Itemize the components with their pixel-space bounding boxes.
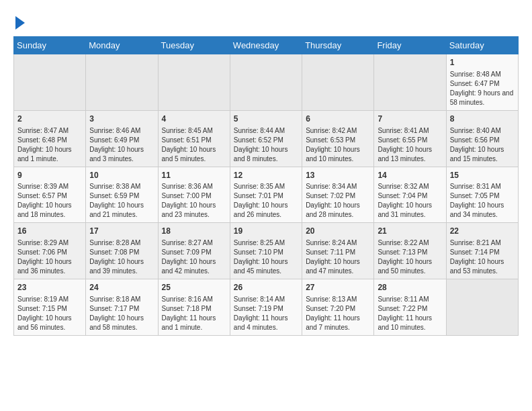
day-info: Sunrise: 8:28 AM Sunset: 7:08 PM Dayligh… (89, 238, 154, 276)
calendar-cell (446, 279, 518, 336)
weekday-header-thursday: Thursday (302, 37, 374, 54)
calendar-cell: 13Sunrise: 8:34 AM Sunset: 7:02 PM Dayli… (302, 167, 374, 223)
day-info: Sunrise: 8:38 AM Sunset: 6:59 PM Dayligh… (89, 182, 154, 220)
calendar-cell: 18Sunrise: 8:27 AM Sunset: 7:09 PM Dayli… (158, 223, 230, 279)
day-number: 16 (17, 226, 82, 237)
calendar-cell: 22Sunrise: 8:21 AM Sunset: 7:14 PM Dayli… (446, 223, 518, 279)
day-number: 7 (378, 113, 442, 125)
day-info: Sunrise: 8:40 AM Sunset: 6:56 PM Dayligh… (450, 126, 515, 164)
calendar-cell: 28Sunrise: 8:11 AM Sunset: 7:22 PM Dayli… (374, 279, 446, 336)
day-number: 19 (234, 226, 298, 237)
week-row-1: 1Sunrise: 8:48 AM Sunset: 6:47 PM Daylig… (14, 54, 519, 111)
day-number: 11 (162, 170, 226, 181)
day-info: Sunrise: 8:29 AM Sunset: 7:06 PM Dayligh… (17, 238, 82, 276)
calendar-cell: 27Sunrise: 8:13 AM Sunset: 7:20 PM Dayli… (302, 279, 374, 336)
day-number: 6 (306, 113, 370, 125)
day-info: Sunrise: 8:27 AM Sunset: 7:09 PM Dayligh… (162, 238, 226, 276)
day-info: Sunrise: 8:36 AM Sunset: 7:00 PM Dayligh… (162, 182, 226, 220)
day-number: 9 (17, 170, 82, 181)
calendar-cell (14, 54, 86, 111)
day-number: 24 (89, 282, 154, 293)
calendar-cell: 7Sunrise: 8:41 AM Sunset: 6:55 PM Daylig… (374, 110, 446, 167)
day-info: Sunrise: 8:39 AM Sunset: 6:57 PM Dayligh… (17, 182, 82, 220)
calendar-cell: 14Sunrise: 8:32 AM Sunset: 7:04 PM Dayli… (374, 167, 446, 223)
day-info: Sunrise: 8:47 AM Sunset: 6:48 PM Dayligh… (17, 126, 82, 164)
day-number: 26 (234, 282, 298, 293)
day-info: Sunrise: 8:34 AM Sunset: 7:02 PM Dayligh… (306, 182, 370, 220)
calendar-cell (230, 54, 302, 111)
week-row-3: 9Sunrise: 8:39 AM Sunset: 6:57 PM Daylig… (14, 167, 519, 223)
day-number: 25 (162, 282, 226, 293)
weekday-header-monday: Monday (86, 37, 158, 54)
calendar-cell: 23Sunrise: 8:19 AM Sunset: 7:15 PM Dayli… (14, 279, 86, 336)
day-number: 5 (234, 113, 298, 125)
logo (13, 13, 25, 30)
calendar-cell: 17Sunrise: 8:28 AM Sunset: 7:08 PM Dayli… (86, 223, 158, 279)
day-number: 20 (306, 226, 370, 237)
day-info: Sunrise: 8:32 AM Sunset: 7:04 PM Dayligh… (378, 182, 442, 220)
day-info: Sunrise: 8:48 AM Sunset: 6:47 PM Dayligh… (450, 70, 515, 107)
day-info: Sunrise: 8:45 AM Sunset: 6:51 PM Dayligh… (162, 126, 226, 164)
day-info: Sunrise: 8:44 AM Sunset: 6:52 PM Dayligh… (234, 126, 298, 164)
day-number: 4 (162, 113, 226, 125)
day-info: Sunrise: 8:18 AM Sunset: 7:17 PM Dayligh… (89, 295, 154, 332)
day-info: Sunrise: 8:31 AM Sunset: 7:05 PM Dayligh… (450, 182, 515, 220)
day-number: 28 (378, 282, 442, 293)
day-info: Sunrise: 8:21 AM Sunset: 7:14 PM Dayligh… (450, 238, 515, 276)
day-number: 22 (450, 226, 515, 237)
calendar-cell: 10Sunrise: 8:38 AM Sunset: 6:59 PM Dayli… (86, 167, 158, 223)
day-number: 15 (450, 170, 515, 181)
weekday-header-row: SundayMondayTuesdayWednesdayThursdayFrid… (14, 37, 519, 54)
weekday-header-sunday: Sunday (14, 37, 86, 54)
day-info: Sunrise: 8:11 AM Sunset: 7:22 PM Dayligh… (378, 295, 442, 332)
week-row-5: 23Sunrise: 8:19 AM Sunset: 7:15 PM Dayli… (14, 279, 519, 336)
day-number: 3 (89, 113, 154, 125)
day-number: 18 (162, 226, 226, 237)
calendar-cell: 6Sunrise: 8:42 AM Sunset: 6:53 PM Daylig… (302, 110, 374, 167)
day-number: 10 (89, 170, 154, 181)
calendar-cell: 16Sunrise: 8:29 AM Sunset: 7:06 PM Dayli… (14, 223, 86, 279)
day-number: 14 (378, 170, 442, 181)
calendar-cell (158, 54, 230, 111)
calendar-cell: 4Sunrise: 8:45 AM Sunset: 6:51 PM Daylig… (158, 110, 230, 167)
day-info: Sunrise: 8:19 AM Sunset: 7:15 PM Dayligh… (17, 295, 82, 332)
weekday-header-saturday: Saturday (446, 37, 518, 54)
calendar-cell: 24Sunrise: 8:18 AM Sunset: 7:17 PM Dayli… (86, 279, 158, 336)
day-info: Sunrise: 8:16 AM Sunset: 7:18 PM Dayligh… (162, 295, 226, 332)
calendar-cell: 3Sunrise: 8:46 AM Sunset: 6:49 PM Daylig… (86, 110, 158, 167)
calendar-cell (302, 54, 374, 111)
day-number: 2 (17, 113, 82, 125)
calendar-cell: 2Sunrise: 8:47 AM Sunset: 6:48 PM Daylig… (14, 110, 86, 167)
calendar-cell: 1Sunrise: 8:48 AM Sunset: 6:47 PM Daylig… (446, 54, 518, 111)
day-number: 13 (306, 170, 370, 181)
calendar-cell: 19Sunrise: 8:25 AM Sunset: 7:10 PM Dayli… (230, 223, 302, 279)
calendar-cell: 26Sunrise: 8:14 AM Sunset: 7:19 PM Dayli… (230, 279, 302, 336)
day-info: Sunrise: 8:35 AM Sunset: 7:01 PM Dayligh… (234, 182, 298, 220)
day-info: Sunrise: 8:42 AM Sunset: 6:53 PM Dayligh… (306, 126, 370, 164)
day-info: Sunrise: 8:46 AM Sunset: 6:49 PM Dayligh… (89, 126, 154, 164)
calendar-cell: 25Sunrise: 8:16 AM Sunset: 7:18 PM Dayli… (158, 279, 230, 336)
day-number: 23 (17, 282, 82, 293)
page-header (13, 13, 519, 30)
day-number: 17 (89, 226, 154, 237)
day-number: 27 (306, 282, 370, 293)
logo-triangle-icon (15, 16, 25, 30)
calendar-cell: 20Sunrise: 8:24 AM Sunset: 7:11 PM Dayli… (302, 223, 374, 279)
day-number: 1 (450, 57, 515, 68)
day-info: Sunrise: 8:41 AM Sunset: 6:55 PM Dayligh… (378, 126, 442, 164)
day-info: Sunrise: 8:13 AM Sunset: 7:20 PM Dayligh… (306, 295, 370, 332)
calendar-cell: 5Sunrise: 8:44 AM Sunset: 6:52 PM Daylig… (230, 110, 302, 167)
day-info: Sunrise: 8:25 AM Sunset: 7:10 PM Dayligh… (234, 238, 298, 276)
calendar-cell (374, 54, 446, 111)
calendar-cell: 21Sunrise: 8:22 AM Sunset: 7:13 PM Dayli… (374, 223, 446, 279)
weekday-header-wednesday: Wednesday (230, 37, 302, 54)
day-number: 8 (450, 113, 515, 125)
weekday-header-tuesday: Tuesday (158, 37, 230, 54)
calendar-table: SundayMondayTuesdayWednesdayThursdayFrid… (13, 36, 519, 336)
calendar-cell: 11Sunrise: 8:36 AM Sunset: 7:00 PM Dayli… (158, 167, 230, 223)
week-row-4: 16Sunrise: 8:29 AM Sunset: 7:06 PM Dayli… (14, 223, 519, 279)
calendar-cell: 15Sunrise: 8:31 AM Sunset: 7:05 PM Dayli… (446, 167, 518, 223)
calendar-cell (86, 54, 158, 111)
calendar-cell: 8Sunrise: 8:40 AM Sunset: 6:56 PM Daylig… (446, 110, 518, 167)
calendar-cell: 12Sunrise: 8:35 AM Sunset: 7:01 PM Dayli… (230, 167, 302, 223)
